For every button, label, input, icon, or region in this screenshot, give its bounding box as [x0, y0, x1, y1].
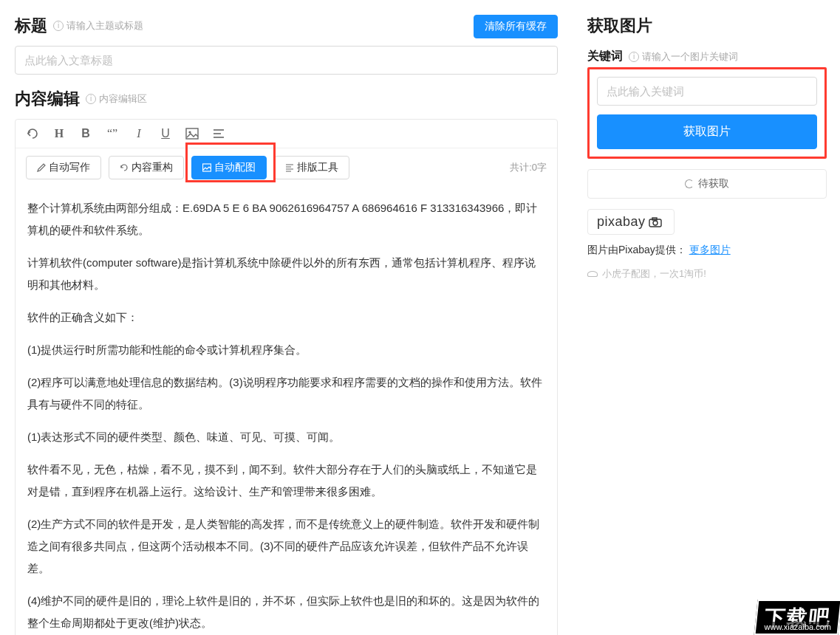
sidebar: 获取图片 关键词 i 请输入一个图片关键词 获取图片 待获取 pixabay 图… — [573, 0, 840, 635]
keyword-hint: i 请输入一个图片关键词 — [629, 50, 738, 64]
editor-hint: i 内容编辑区 — [86, 92, 147, 106]
svg-point-11 — [653, 221, 658, 225]
main-column: 标题 i 请输入主题或标题 清除所有缓存 内容编辑 i 内容编辑区 H — [0, 0, 573, 635]
watermark-url: www.xiazaiba.com — [760, 622, 836, 632]
more-images-link[interactable]: 更多图片 — [689, 244, 731, 255]
heading-icon[interactable]: H — [52, 127, 66, 140]
image-panel-title: 获取图片 — [587, 15, 652, 37]
underline-icon[interactable]: U — [159, 127, 172, 140]
layout-icon — [285, 163, 294, 172]
restructure-button[interactable]: 内容重构 — [109, 156, 184, 179]
paragraph: 计算机软件(computer software)是指计算机系统中除硬件以外的所有… — [27, 252, 545, 296]
refresh-icon — [120, 163, 129, 172]
paragraph: 软件看不见，无色，枯燥，看不见，摸不到，闻不到。软件大部分存在于人们的头脑或纸上… — [27, 459, 545, 503]
info-icon: i — [629, 52, 639, 62]
italic-icon[interactable]: I — [132, 127, 146, 140]
align-icon[interactable] — [212, 128, 225, 140]
paragraph: (4)维护不同的硬件是旧的，理论上软件是旧的，并不坏，但实际上软件也是旧的和坏的… — [27, 590, 545, 634]
pixabay-badge: pixabay — [587, 209, 675, 235]
camera-icon — [649, 217, 665, 227]
editor-toolbar: H B “” I U — [16, 120, 557, 148]
editor-box: H B “” I U 自动写作 — [15, 119, 558, 635]
editor-section-label: 内容编辑 — [15, 88, 80, 110]
image-icon[interactable] — [185, 128, 199, 140]
paragraph: 整个计算机系统由两部分组成：E.69DA 5 E 6 BA 9062616964… — [27, 197, 545, 241]
svg-rect-0 — [186, 128, 198, 139]
info-icon: i — [53, 21, 64, 31]
coin-icon — [587, 271, 598, 277]
editor-action-row: 自动写作 内容重构 自动配图 — [16, 148, 557, 187]
image-small-icon — [202, 163, 211, 172]
cost-note: 小虎子配图，一次1淘币! — [587, 267, 827, 281]
bold-icon[interactable]: B — [79, 127, 92, 140]
provider-line: 图片由Pixabay提供： 更多图片 — [587, 244, 827, 257]
word-count: 共计:0字 — [510, 161, 547, 174]
quote-icon[interactable]: “” — [106, 127, 119, 140]
paragraph: 软件的正确含义如下： — [27, 306, 545, 329]
clear-cache-button[interactable]: 清除所有缓存 — [474, 15, 558, 38]
pencil-icon — [37, 163, 46, 172]
paragraph: (2)生产方式不同的软件是开发，是人类智能的高发挥，而不是传统意义上的硬件制造。… — [27, 513, 545, 580]
auto-write-button[interactable]: 自动写作 — [26, 156, 101, 179]
auto-image-button[interactable]: 自动配图 — [191, 156, 267, 179]
paragraph: (2)程序可以满意地处理信息的数据结构。(3)说明程序功能要求和程序需要的文档的… — [27, 371, 545, 416]
paragraph: (1)表达形式不同的硬件类型、颜色、味道、可见、可摸、可闻。 — [27, 426, 545, 448]
keyword-label: 关键词 — [587, 49, 623, 64]
paragraph: (1)提供运行时所需功能和性能的命令或计算机程序集合。 — [27, 339, 545, 361]
editor-content[interactable]: 整个计算机系统由两部分组成：E.69DA 5 E 6 BA 9062616964… — [16, 187, 557, 635]
loading-icon — [685, 179, 694, 188]
title-section-label: 标题 — [15, 15, 47, 37]
keyword-highlight-box: 获取图片 — [587, 67, 827, 159]
info-icon: i — [86, 94, 96, 104]
keyword-input[interactable] — [597, 77, 817, 106]
svg-point-1 — [188, 131, 191, 133]
title-hint: i 请输入主题或标题 — [53, 19, 143, 32]
layout-tool-button[interactable]: 排版工具 — [274, 156, 349, 179]
fetch-status: 待获取 — [587, 169, 827, 199]
article-title-input[interactable] — [15, 46, 558, 75]
fetch-image-button[interactable]: 获取图片 — [597, 114, 817, 149]
undo-icon[interactable] — [26, 128, 39, 140]
